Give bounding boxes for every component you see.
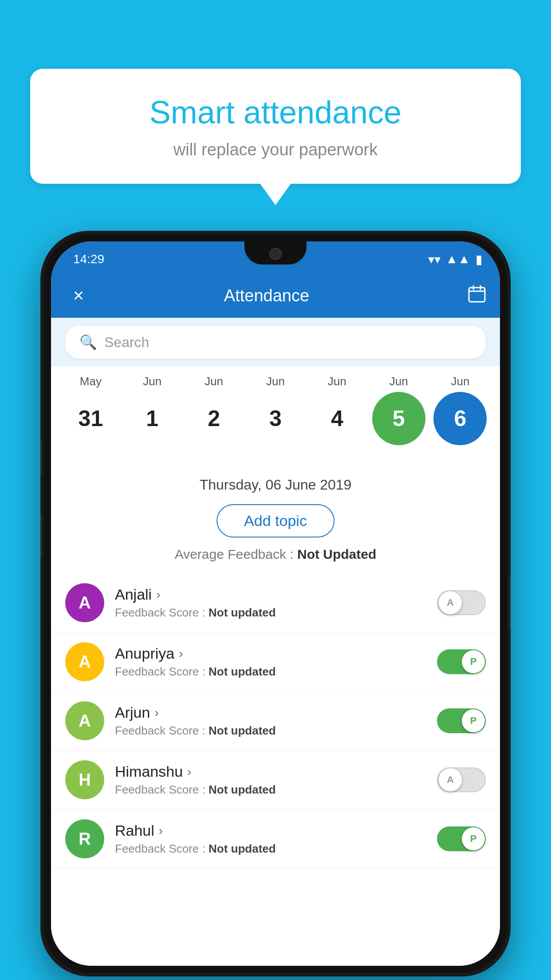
date-31[interactable]: 31 bbox=[64, 392, 117, 445]
month-jun3: Jun bbox=[249, 375, 302, 388]
add-topic-button[interactable]: Add topic bbox=[216, 504, 335, 537]
toggle-knob-arjun: P bbox=[462, 709, 485, 732]
student-name-himanshu: Himanshu › bbox=[115, 763, 426, 780]
month-row: May Jun Jun Jun Jun Jun Jun bbox=[60, 375, 491, 388]
avatar-rahul: R bbox=[65, 819, 104, 858]
camera bbox=[269, 248, 282, 260]
toggle-switch-arjun[interactable]: P bbox=[437, 708, 486, 733]
student-info-rahul: Rahul › Feedback Score : Not updated bbox=[115, 822, 426, 856]
month-jun1: Jun bbox=[126, 375, 179, 388]
student-info-himanshu: Himanshu › Feedback Score : Not updated bbox=[115, 763, 426, 797]
toggle-knob-himanshu: A bbox=[439, 768, 462, 791]
student-item-rahul[interactable]: R Rahul › Feedback Score : Not updated bbox=[51, 810, 500, 869]
month-jun4: Jun bbox=[311, 375, 364, 388]
student-name-anupriya: Anupriya › bbox=[115, 645, 426, 662]
power-button[interactable] bbox=[509, 577, 511, 630]
calendar-icon[interactable] bbox=[468, 285, 486, 307]
phone-inner: 14:29 ▾▾ ▲▲ ▮ × Attendance bbox=[44, 234, 507, 973]
toggle-knob-anupriya: P bbox=[462, 650, 485, 673]
month-jun5: Jun bbox=[372, 375, 425, 388]
phone-container: 14:29 ▾▾ ▲▲ ▮ × Attendance bbox=[40, 231, 511, 976]
student-name-rahul: Rahul › bbox=[115, 822, 426, 839]
chevron-anjali: › bbox=[156, 588, 160, 602]
date-3[interactable]: 3 bbox=[249, 392, 302, 445]
avg-feedback-value: Not Updated bbox=[297, 547, 376, 561]
bubble-subtitle: will replace your paperwork bbox=[57, 140, 494, 159]
toggle-switch-rahul[interactable]: P bbox=[437, 826, 486, 851]
avg-feedback-label: Average Feedback : bbox=[175, 547, 297, 561]
student-item-anjali[interactable]: A Anjali › Feedback Score : Not updated bbox=[51, 573, 500, 632]
search-placeholder: Search bbox=[104, 334, 149, 351]
date-row: 31 1 2 3 4 5 6 bbox=[60, 392, 491, 445]
search-icon: 🔍 bbox=[79, 334, 97, 351]
bubble-title: Smart attendance bbox=[57, 93, 494, 131]
toggle-switch-anupriya[interactable]: P bbox=[437, 649, 486, 674]
month-may: May bbox=[64, 375, 117, 388]
student-feedback-himanshu: Feedback Score : Not updated bbox=[115, 783, 426, 797]
phone-frame: 14:29 ▾▾ ▲▲ ▮ × Attendance bbox=[40, 231, 511, 976]
student-name-anjali: Anjali › bbox=[115, 586, 426, 603]
date-5-today[interactable]: 5 bbox=[372, 392, 425, 445]
volume-down-button[interactable] bbox=[40, 514, 42, 558]
wifi-icon: ▾▾ bbox=[428, 252, 441, 267]
date-1[interactable]: 1 bbox=[126, 392, 179, 445]
toggle-knob-anjali: A bbox=[439, 591, 462, 614]
search-container: 🔍 Search bbox=[51, 318, 500, 367]
date-2[interactable]: 2 bbox=[187, 392, 240, 445]
date-4[interactable]: 4 bbox=[311, 392, 364, 445]
selected-date-text: Thursday, 06 June 2019 bbox=[51, 477, 500, 493]
student-item-arjun[interactable]: A Arjun › Feedback Score : Not updated bbox=[51, 692, 500, 751]
search-bar[interactable]: 🔍 Search bbox=[65, 326, 486, 359]
speech-bubble-container: Smart attendance will replace your paper… bbox=[30, 69, 521, 184]
battery-icon: ▮ bbox=[476, 252, 482, 267]
app-bar: × Attendance bbox=[51, 273, 500, 318]
toggle-anjali[interactable]: A bbox=[437, 590, 486, 615]
status-time: 14:29 bbox=[69, 252, 104, 266]
calendar-section: May Jun Jun Jun Jun Jun Jun 31 1 2 3 4 bbox=[51, 366, 500, 456]
toggle-anupriya[interactable]: P bbox=[437, 649, 486, 674]
avatar-anjali: A bbox=[65, 583, 104, 622]
speech-bubble: Smart attendance will replace your paper… bbox=[30, 69, 521, 184]
toggle-himanshu[interactable]: A bbox=[437, 767, 486, 792]
chevron-rahul: › bbox=[159, 824, 163, 838]
student-feedback-arjun: Feedback Score : Not updated bbox=[115, 724, 426, 738]
student-info-anupriya: Anupriya › Feedback Score : Not updated bbox=[115, 645, 426, 679]
avatar-arjun: A bbox=[65, 701, 104, 740]
student-info-arjun: Arjun › Feedback Score : Not updated bbox=[115, 704, 426, 738]
student-feedback-rahul: Feedback Score : Not updated bbox=[115, 842, 426, 856]
svg-rect-0 bbox=[469, 288, 485, 302]
student-info-anjali: Anjali › Feedback Score : Not updated bbox=[115, 586, 426, 620]
status-icons: ▾▾ ▲▲ ▮ bbox=[428, 252, 482, 267]
month-jun6: Jun bbox=[433, 375, 487, 388]
student-name-arjun: Arjun › bbox=[115, 704, 426, 721]
toggle-switch-anjali[interactable]: A bbox=[437, 590, 486, 615]
toggle-rahul[interactable]: P bbox=[437, 826, 486, 851]
phone-notch bbox=[244, 241, 307, 265]
month-jun2: Jun bbox=[187, 375, 240, 388]
chevron-anupriya: › bbox=[179, 647, 183, 661]
avatar-anupriya: A bbox=[65, 642, 104, 681]
phone-screen: 14:29 ▾▾ ▲▲ ▮ × Attendance bbox=[51, 241, 500, 966]
student-feedback-anjali: Feedback Score : Not updated bbox=[115, 606, 426, 620]
chevron-himanshu: › bbox=[187, 765, 191, 779]
signal-icon: ▲▲ bbox=[446, 252, 470, 266]
date-6-selected[interactable]: 6 bbox=[433, 392, 487, 445]
student-item-anupriya[interactable]: A Anupriya › Feedback Score : Not update… bbox=[51, 632, 500, 692]
average-feedback: Average Feedback : Not Updated bbox=[51, 547, 500, 562]
student-list: A Anjali › Feedback Score : Not updated bbox=[51, 573, 500, 966]
student-feedback-anupriya: Feedback Score : Not updated bbox=[115, 665, 426, 679]
toggle-knob-rahul: P bbox=[462, 827, 485, 850]
toggle-switch-himanshu[interactable]: A bbox=[437, 767, 486, 792]
student-item-himanshu[interactable]: H Himanshu › Feedback Score : Not update… bbox=[51, 751, 500, 810]
volume-up-button[interactable] bbox=[40, 439, 42, 475]
app-bar-title: Attendance bbox=[65, 286, 468, 305]
chevron-arjun: › bbox=[154, 706, 158, 720]
toggle-arjun[interactable]: P bbox=[437, 708, 486, 733]
avatar-himanshu: H bbox=[65, 760, 104, 799]
